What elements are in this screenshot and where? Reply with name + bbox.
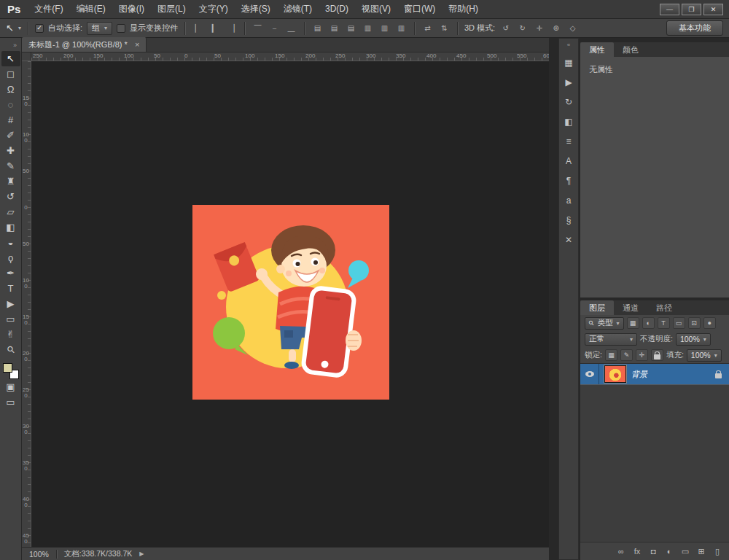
align-left-edges-icon[interactable]: ▏ [192, 22, 204, 35]
menu-filter[interactable]: 滤镜(T) [277, 0, 319, 18]
move-tool-icon[interactable]: ↖ [6, 23, 14, 34]
align-bottom-edges-icon[interactable]: ⎽ [285, 22, 297, 35]
layer-row[interactable]: 背景 [580, 364, 729, 384]
tool-rectangular-marquee[interactable]: ◻ [1, 66, 20, 82]
tool-dodge[interactable]: ϙ [1, 250, 20, 265]
measurement-panel-icon[interactable]: ✕ [560, 233, 577, 247]
tab-paths[interactable]: 路径 [647, 300, 681, 315]
menu-image[interactable]: 图像(I) [112, 0, 151, 18]
canvas-area[interactable] [31, 61, 549, 547]
tab-color[interactable]: 颜色 [614, 42, 647, 57]
tool-crop[interactable]: # [1, 112, 20, 128]
menu-file[interactable]: 文件(F) [28, 0, 69, 18]
fill-dropdown[interactable]: 100% ▾ [687, 349, 722, 362]
foreground-color-swatch[interactable] [3, 363, 12, 373]
tool-eraser[interactable]: ▱ [1, 204, 20, 219]
layer-filter-toggle[interactable]: ● [703, 317, 716, 329]
menu-3d[interactable]: 3D(D) [319, 0, 355, 18]
link-layers-icon[interactable]: ∞ [616, 548, 626, 556]
blend-mode-dropdown[interactable]: 正常 ▾ [585, 333, 637, 346]
tool-spot-healing-brush[interactable]: ✚ [1, 143, 20, 158]
align-right-edges-icon[interactable]: ▕ [225, 22, 238, 35]
adjustments-panel-icon[interactable]: ≡ [560, 134, 577, 149]
ruler-origin[interactable] [22, 52, 31, 61]
zoom-level[interactable]: 100% [29, 550, 49, 559]
layer-name[interactable]: 背景 [631, 369, 715, 380]
3d-slide-icon[interactable]: ⊕ [550, 22, 562, 35]
distribute-right-icon[interactable]: ▥ [395, 22, 408, 35]
lock-pixels-icon[interactable]: ✎ [620, 349, 633, 361]
maximize-button[interactable]: ❐ [682, 4, 701, 15]
character-styles-panel-icon[interactable]: a [560, 193, 577, 208]
filter-type-layers-icon[interactable]: T [658, 317, 670, 329]
filter-pixel-layers-icon[interactable]: ▦ [627, 317, 639, 329]
tool-quick-selection[interactable]: ◌ [1, 97, 20, 112]
3d-roll-icon[interactable]: ↻ [516, 22, 529, 35]
styles-panel-icon[interactable]: ◧ [560, 114, 577, 129]
tool-eyedropper[interactable]: ✐ [1, 128, 20, 143]
tool-clone-stamp[interactable]: ♜ [1, 174, 20, 189]
new-group-icon[interactable]: ▭ [680, 548, 690, 556]
auto-select-checkbox[interactable]: ✓ [35, 24, 44, 33]
lock-position-icon[interactable]: ✛ [636, 349, 648, 361]
document-tab[interactable]: 未标题-1 @ 100%(RGB/8) * × [22, 37, 147, 52]
toolbar-collapse-icon[interactable]: » [13, 39, 21, 51]
tool-rectangle[interactable]: ▭ [1, 311, 20, 327]
tool-type[interactable]: T [1, 281, 20, 296]
tool-move[interactable]: ↖ [1, 51, 20, 66]
tool-lasso[interactable]: Ω [1, 82, 20, 97]
filter-shape-layers-icon[interactable]: ▭ [673, 317, 685, 329]
tool-history-brush[interactable]: ↺ [1, 189, 20, 204]
menu-layer[interactable]: 图层(L) [151, 0, 192, 18]
actions-panel-icon[interactable]: ▶ [560, 75, 577, 90]
menu-type[interactable]: 文字(Y) [192, 0, 235, 18]
horizontal-ruler[interactable]: 250 200 150 100 50 0 50 100 150 200 250 … [31, 52, 549, 61]
add-mask-icon[interactable]: ◘ [648, 548, 658, 556]
brush-presets-panel-icon[interactable]: ▦ [560, 55, 577, 70]
distribute-bottom-icon[interactable]: ▤ [345, 22, 357, 35]
auto-select-group-dropdown[interactable]: 组 ▾ [87, 22, 112, 35]
quick-mask-button[interactable]: ▣ [1, 379, 20, 394]
tool-path-selection[interactable]: ▶ [1, 296, 20, 311]
align-v-centers-icon[interactable]: ⎯ [268, 22, 281, 35]
workspace-switcher-button[interactable]: 基本功能 [666, 20, 723, 36]
tab-channels[interactable]: 通道 [614, 300, 647, 315]
history-panel-icon[interactable]: ↻ [560, 95, 577, 109]
3d-rotate-icon[interactable]: ↺ [499, 22, 512, 35]
menu-window[interactable]: 窗口(W) [397, 0, 442, 18]
character-panel-icon[interactable]: A [560, 154, 577, 168]
status-flyout-icon[interactable]: ▶ [139, 551, 144, 557]
layer-effects-icon[interactable]: fx [632, 548, 642, 556]
tab-close-icon[interactable]: × [135, 40, 139, 49]
tool-blur[interactable]: ◒ [1, 235, 20, 250]
lock-all-icon[interactable] [651, 349, 663, 361]
visibility-toggle[interactable] [580, 364, 599, 384]
filter-smart-objects-icon[interactable]: ⊡ [688, 317, 701, 329]
3d-pan-icon[interactable]: ✛ [533, 22, 545, 35]
vertical-ruler[interactable]: 150 100 50 0 50 100 150 200 250 300 350 … [22, 61, 31, 547]
3d-scale-icon[interactable]: ◇ [566, 22, 579, 35]
dock-collapse-icon[interactable]: « [567, 40, 570, 50]
tool-brush[interactable]: ✎ [1, 158, 20, 174]
align-top-edges-icon[interactable]: ⎺ [252, 22, 264, 35]
opacity-dropdown[interactable]: 100% ▾ [676, 333, 711, 346]
align-h-centers-icon[interactable]: ▎ [208, 22, 221, 35]
distribute-left-icon[interactable]: ▥ [362, 22, 374, 35]
lock-transparency-icon[interactable]: ▦ [605, 349, 617, 361]
menu-view[interactable]: 视图(V) [355, 0, 397, 18]
tool-pen[interactable]: ✒ [1, 265, 20, 281]
filter-adjustment-layers-icon[interactable]: ◐ [642, 317, 655, 329]
adjustment-layer-icon[interactable]: ◐ [664, 548, 674, 556]
delete-layer-icon[interactable]: ▯ [712, 548, 722, 556]
tab-layers[interactable]: 图层 [580, 300, 614, 315]
menu-help[interactable]: 帮助(H) [442, 0, 485, 18]
distribute-height-icon[interactable]: ⇅ [438, 22, 451, 35]
layer-filter-dropdown[interactable]: ⚲ 类型 ▾ [585, 317, 624, 330]
menu-select[interactable]: 选择(S) [235, 0, 277, 18]
tool-preset-caret-icon[interactable]: ▾ [18, 25, 21, 31]
distribute-width-icon[interactable]: ⇄ [421, 22, 434, 35]
distribute-top-icon[interactable]: ▤ [311, 22, 324, 35]
document-image[interactable] [192, 205, 389, 400]
tab-properties[interactable]: 属性 [580, 42, 614, 57]
menu-edit[interactable]: 编辑(E) [70, 0, 112, 18]
